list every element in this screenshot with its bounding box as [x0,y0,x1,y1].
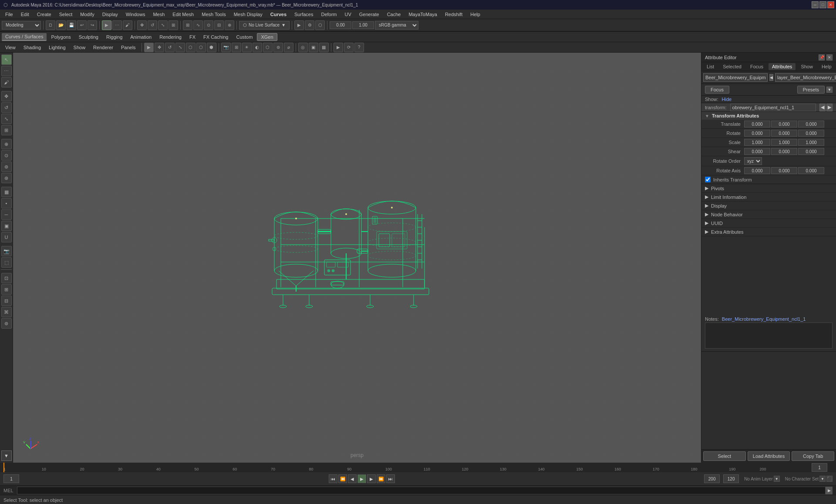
layer-name-input[interactable] [775,73,836,82]
tab-focus[interactable]: Focus [747,63,767,70]
scale-x[interactable] [744,139,770,146]
vp-help-btn[interactable]: ? [354,43,364,52]
anim-layer-options-btn[interactable]: ▼ [774,476,780,482]
module-fx-caching[interactable]: FX Caching [200,34,232,40]
help-menu[interactable]: Help [467,11,484,18]
vp-isolate-btn[interactable]: ◎ [298,43,308,52]
transform-left-btn[interactable]: ◀ [819,104,826,111]
vp-light-btn[interactable]: ☀ [242,43,252,52]
notes-textarea[interactable] [705,323,833,349]
renderer-menu[interactable]: Renderer [90,44,117,51]
attr-scroll-area[interactable]: ▼ Transform Attributes Translate Rotate [701,112,836,449]
file-menu[interactable]: File [2,11,17,18]
rotate-z[interactable] [798,130,824,137]
vp-res2-btn[interactable]: ▦ [319,43,329,52]
playback-start-input[interactable] [3,474,19,483]
quad-select[interactable]: ▦ [1,187,12,197]
translate-x[interactable] [744,121,770,128]
vp-select-btn[interactable]: ▶ [144,43,154,52]
playback-end-input[interactable] [704,474,720,483]
hide-link[interactable]: Hide [722,97,732,102]
mesh-tools-menu[interactable]: Mesh Tools [198,11,229,18]
display-header[interactable]: ▶ Display [701,202,836,210]
vp-shading-btn[interactable]: ◐ [253,43,262,52]
tab-selected[interactable]: Selected [719,63,745,70]
move-tool-btn[interactable]: ✥ [137,20,147,30]
mesh-menu[interactable]: Mesh [149,11,168,18]
vp-camera-btn[interactable]: 📷 [221,43,231,52]
vp-res-btn[interactable]: ▣ [309,43,318,52]
modify-menu[interactable]: Modify [77,11,98,18]
module-fx[interactable]: FX [186,34,199,40]
shading-menu[interactable]: Shading [20,44,44,51]
render-btn[interactable]: ▶ [294,20,304,30]
paint-sel-tool[interactable]: 🖌 [1,77,12,87]
scale-z[interactable] [798,139,824,146]
shear-yz[interactable] [798,148,824,155]
uv-menu[interactable]: UV [341,11,355,18]
rotate-axis-x[interactable] [744,167,770,174]
tool-d[interactable]: ⌘ [1,307,12,317]
lasso-tool-btn[interactable]: ⋯ [112,20,122,30]
rotate-axis-z[interactable] [798,167,824,174]
vp-tool7-btn[interactable]: ⬢ [207,43,216,52]
module-rendering[interactable]: Rendering [156,34,185,40]
transform-right-btn[interactable]: ▶ [826,104,833,111]
focus-button[interactable]: Focus [705,86,729,94]
node-prev-btn[interactable]: ◀ [769,74,773,81]
vertex-mode[interactable]: • [1,198,12,208]
attr-pin-btn[interactable]: 📌 [819,54,825,60]
viewport-canvas[interactable]: persp X Y Z [13,53,701,463]
module-dropdown[interactable]: Modeling [2,21,41,30]
tool-b[interactable]: ⊞ [1,284,12,295]
char-set-options-btn[interactable]: ▼ [819,476,826,482]
rotate-x[interactable] [744,130,770,137]
sculpt-tool[interactable]: ⊚ [1,161,12,172]
edge-mode[interactable]: ─ [1,209,12,220]
uuid-header[interactable]: ▶ UUID [701,219,836,228]
cache-menu[interactable]: Cache [384,11,405,18]
generate-menu[interactable]: Generate [356,11,383,18]
select-button[interactable]: Select [703,451,746,461]
undo-btn[interactable]: ↩ [77,20,87,30]
create-menu[interactable]: Create [34,11,55,18]
rotate-tool-btn[interactable]: ↺ [148,20,157,30]
go-to-start-btn[interactable]: ⏮ [329,474,337,483]
mayatomaya-menu[interactable]: MayaToMaya [405,11,440,18]
tab-show[interactable]: Show [797,63,816,70]
paint-select-btn[interactable]: 🖌 [123,20,132,30]
ipr-btn[interactable]: ⬡ [315,20,325,30]
scale-tool-btn[interactable]: ⤡ [158,20,168,30]
display-menu[interactable]: Display [99,11,121,18]
module-xgen[interactable]: XGen [257,33,277,41]
universal-tool[interactable]: ⊞ [1,125,12,135]
maximize-button[interactable]: □ [819,1,826,8]
module-rigging[interactable]: Rigging [103,34,126,40]
lighting-menu[interactable]: Lighting [45,44,69,51]
presets-button[interactable]: Presets [797,86,825,94]
module-polygons[interactable]: Polygons [47,34,74,40]
vp-loop-btn[interactable]: ⟳ [344,43,354,52]
snap-view-btn[interactable]: ⊟ [214,20,224,30]
universal-manip-btn[interactable]: ⊞ [169,20,178,30]
lasso-tool[interactable]: ⋯ [1,66,12,76]
timeline-ruler[interactable]: 1 10 20 30 40 50 60 70 80 90 100 110 120… [0,463,836,472]
step-back-btn[interactable]: ⏪ [338,474,347,483]
transform-value-input[interactable] [730,104,816,111]
move-tool[interactable]: ✥ [1,91,12,101]
cmd-input[interactable] [17,487,826,494]
tab-list[interactable]: List [703,63,718,70]
node-behavior-header[interactable]: ▶ Node Behavior [701,210,836,219]
snap-grid-btn[interactable]: ⊞ [183,20,192,30]
open-scene-btn[interactable]: 📂 [56,20,66,30]
save-scene-btn[interactable]: 💾 [67,20,76,30]
tool-a[interactable]: ⊡ [1,273,12,283]
vp-wire-btn[interactable]: ⬡ [263,43,273,52]
attr-close-btn[interactable]: ✕ [826,54,833,60]
rotate-y[interactable] [771,130,797,137]
rotate-axis-y[interactable] [771,167,797,174]
vp-tool6-btn[interactable]: ⬡ [196,43,206,52]
snap-live-btn[interactable]: ⊕ [225,20,234,30]
panels-menu[interactable]: Panels [118,44,139,51]
edit-mesh-menu[interactable]: Edit Mesh [169,11,197,18]
